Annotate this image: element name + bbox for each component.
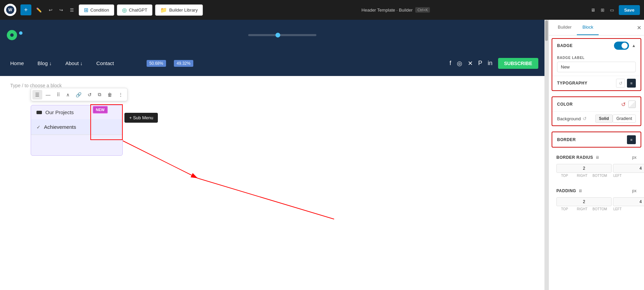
sub-menu-button[interactable]: + Sub Menu xyxy=(124,113,158,123)
block-duplicate-button[interactable]: ⧉ xyxy=(95,90,104,100)
condition-button[interactable]: ⊞ Condition xyxy=(79,4,114,16)
padding-top-input[interactable] xyxy=(556,197,612,206)
header-logo xyxy=(7,30,23,40)
border-radius-inputs: ⛶ xyxy=(556,164,636,173)
svg-line-1 xyxy=(123,141,198,178)
block-align-button[interactable]: — xyxy=(43,90,53,100)
save-button[interactable]: Save xyxy=(619,5,640,15)
edit-button[interactable]: ✏️ xyxy=(34,5,44,15)
tablet-view-button[interactable]: ▭ xyxy=(608,5,616,15)
typography-reset-button[interactable]: ↺ xyxy=(616,79,625,88)
badge-panel-section: Badge ▲ BADGE LABEL TYPOGRAPHY ↺ ≡ xyxy=(552,38,641,91)
pct-left-badge: 50.68% xyxy=(147,60,166,67)
badge-toggle[interactable] xyxy=(614,42,629,50)
toggle-slider xyxy=(614,42,629,50)
scroll-track[interactable] xyxy=(544,20,549,290)
gradient-button[interactable]: Gradient xyxy=(613,115,636,123)
p-right-label: RIGHT xyxy=(574,207,590,211)
screen-modes: 🖥 ⊞ ▭ xyxy=(589,5,616,15)
border-radius-screen-icon: 🖥 xyxy=(595,155,599,160)
block-toolbar: ☰ — ⠿ ∧ 🔗 ↺ ⧉ 🗑 ⋮ xyxy=(31,88,128,101)
p-left-label: LEFT xyxy=(609,207,626,211)
border-radius-right-input[interactable] xyxy=(613,164,644,173)
color-row: COLOR ↺ xyxy=(552,97,641,111)
badge-label-heading: BADGE LABEL xyxy=(557,56,636,60)
svg-line-2 xyxy=(198,178,334,219)
toolbar-right: 🖥 ⊞ ▭ Save xyxy=(589,5,640,15)
border-radius-top-input[interactable] xyxy=(556,164,612,173)
p-bottom-label: BOTTOM xyxy=(592,207,608,211)
multi-view-button[interactable]: ⊞ xyxy=(599,5,606,15)
menu-item-our-projects[interactable]: Our Projects xyxy=(31,105,122,119)
border-radius-title-row: BORDER RADIUS 🖥 px xyxy=(556,153,636,162)
nav-home[interactable]: Home xyxy=(10,60,24,66)
title-area: Header Template · Builder Ctrl+K xyxy=(206,7,586,13)
shortcut-badge: Ctrl+K xyxy=(415,7,430,13)
padding-label-group: PADDING 🖥 xyxy=(556,188,582,193)
menu-item-achievements[interactable]: ✓ Achievements xyxy=(31,119,122,135)
chatgpt-button[interactable]: ◎ ChatGPT xyxy=(117,4,152,16)
facebook-icon: f xyxy=(449,60,451,67)
subscribe-button[interactable]: SUBSCRIBE xyxy=(498,58,538,69)
right-sidebar: Builder Block ✕ Badge ▲ BADGE LABEL xyxy=(549,20,644,290)
desktop-view-button[interactable]: 🖥 xyxy=(589,5,597,15)
badge-label: Badge xyxy=(557,43,573,48)
tab-builder[interactable]: Builder xyxy=(552,20,577,35)
list-button[interactable]: ☰ xyxy=(68,5,76,15)
typography-settings-button[interactable]: ≡ xyxy=(627,79,636,88)
block-more-button[interactable]: ⋮ xyxy=(116,90,126,100)
padding-section: PADDING 🖥 px ⛶ TOP RIGHT BOTTOM LEFT xyxy=(552,186,641,214)
badge-label-input[interactable] xyxy=(557,62,636,72)
color-label: COLOR xyxy=(557,102,573,107)
tab-block[interactable]: Block xyxy=(577,20,599,35)
padding-right-input[interactable] xyxy=(613,197,644,206)
sidebar-close-button[interactable]: ✕ xyxy=(637,24,641,31)
solid-button[interactable]: Solid xyxy=(595,115,613,123)
undo-button[interactable]: ↩ xyxy=(47,5,55,15)
condition-label: Condition xyxy=(90,7,109,13)
redo-button[interactable]: ↪ xyxy=(57,5,65,15)
block-delete-button[interactable]: 🗑 xyxy=(105,90,115,100)
br-top-label: TOP xyxy=(556,174,573,178)
menu-popup: Our Projects ✓ Achievements xyxy=(31,105,123,156)
page-title: Header Template · Builder xyxy=(361,7,413,13)
border-settings-button[interactable]: ≡ xyxy=(627,135,636,144)
padding-unit: px xyxy=(632,188,636,193)
nav-contact[interactable]: Contact xyxy=(96,60,114,66)
br-bottom-label: BOTTOM xyxy=(592,174,608,178)
scroll-thumb xyxy=(545,20,548,41)
main-area: Home Blog ↓ About ↓ Contact 50.68% 49.32… xyxy=(0,20,644,290)
br-link-spacer xyxy=(627,174,636,178)
color-panel-section: COLOR ↺ Background ↺ Solid Gradient xyxy=(552,96,641,126)
builder-library-button[interactable]: 📁 Builder Library xyxy=(155,4,203,16)
block-link-button[interactable]: 🔗 xyxy=(73,90,84,100)
content-preview[interactable]: Type / to choose a block ☰ — ⠿ ∧ 🔗 ↺ ⧉ 🗑… xyxy=(0,76,549,290)
linkedin-icon: in xyxy=(488,60,493,67)
menu-item-empty xyxy=(31,135,122,155)
block-type-button[interactable]: ☰ xyxy=(32,90,42,100)
block-move-button[interactable]: ∧ xyxy=(63,90,72,100)
twitter-icon: ✕ xyxy=(468,60,473,67)
achievements-check-icon: ✓ xyxy=(36,124,41,130)
solid-gradient-toggle: Solid Gradient xyxy=(595,115,636,123)
bg-reset-button[interactable]: ↺ xyxy=(583,116,587,121)
padding-label: PADDING xyxy=(556,188,576,193)
color-picker-button[interactable] xyxy=(628,101,636,108)
add-block-button[interactable]: + xyxy=(20,4,31,15)
nav-about[interactable]: About ↓ xyxy=(65,60,83,66)
nav-bar-preview: Home Blog ↓ About ↓ Contact 50.68% 49.32… xyxy=(0,50,549,76)
background-row: Background ↺ Solid Gradient xyxy=(552,111,641,125)
br-left-label: LEFT xyxy=(609,174,626,178)
nav-blog[interactable]: Blog ↓ xyxy=(38,60,52,66)
our-projects-label: Our Projects xyxy=(45,109,74,115)
color-reset-button[interactable]: ↺ xyxy=(621,101,626,108)
border-label: BORDER xyxy=(557,137,576,142)
block-drag-button[interactable]: ⠿ xyxy=(54,90,63,100)
badge-chevron-icon[interactable]: ▲ xyxy=(632,43,636,48)
typography-label: TYPOGRAPHY xyxy=(557,81,587,86)
pct-right-badge: 49.32% xyxy=(174,60,193,67)
block-refresh-button[interactable]: ↺ xyxy=(85,90,94,100)
padding-corner-labels: TOP RIGHT BOTTOM LEFT xyxy=(556,207,636,211)
header-preview xyxy=(0,20,549,50)
border-radius-label-group: BORDER RADIUS 🖥 xyxy=(556,155,599,160)
